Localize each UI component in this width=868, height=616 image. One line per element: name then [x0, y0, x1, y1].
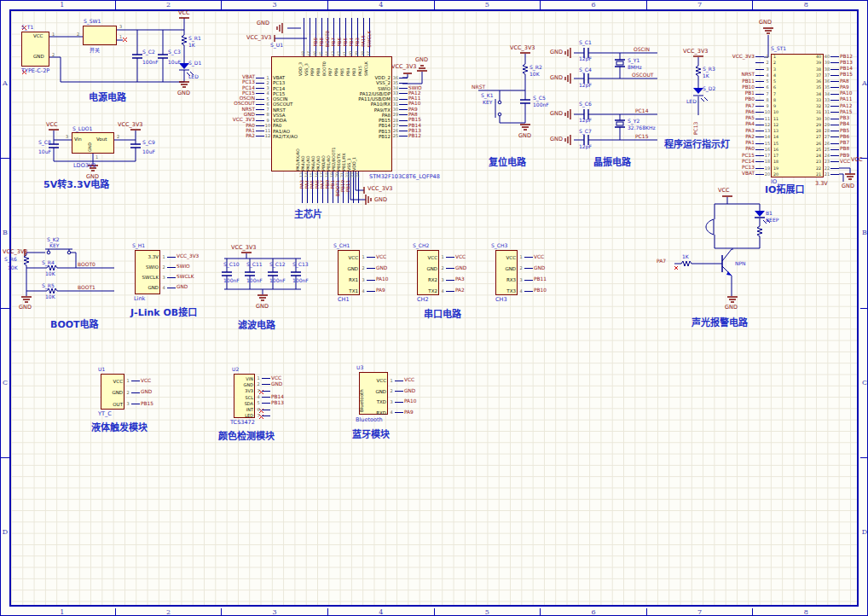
pin-row[interactable]: 4GND — [160, 282, 211, 293]
pin-row[interactable]: PB08 — [714, 97, 771, 103]
pin-row[interactable]: 33PA11 — [824, 97, 868, 103]
power-port-gnd[interactable]: GND — [725, 305, 738, 311]
value-C6[interactable]: 12pF — [579, 118, 592, 123]
pin-column[interactable]: PB845 — [319, 18, 325, 56]
component-body-SW1[interactable] — [83, 26, 117, 45]
part-name-liquid[interactable]: YT_C — [98, 411, 112, 417]
value-C2[interactable]: 100nF — [142, 60, 159, 65]
power-port-gnd[interactable]: GND — [518, 133, 531, 139]
net-label-boot1[interactable]: BOOT1 — [78, 285, 95, 290]
designator-R6[interactable]: S_R6 — [4, 257, 17, 262]
pin-row[interactable]: 1VCC — [388, 375, 439, 386]
designator-T1[interactable]: S_T1 — [21, 25, 33, 30]
net-label-boot0[interactable]: BOOT0 — [78, 262, 95, 267]
power-port-vcc33[interactable]: VCC_3V3 — [246, 35, 272, 41]
pin-row[interactable]: VBAT20 — [714, 171, 771, 177]
value-R4[interactable]: 10K — [45, 271, 55, 276]
part-name-CH3[interactable]: CH3 — [495, 297, 507, 303]
power-port-gnd[interactable]: GND — [550, 111, 563, 117]
pin-row[interactable]: 29PB4 — [824, 122, 868, 128]
pin-row[interactable]: NRST4 — [714, 73, 771, 78]
block-title-boot[interactable]: BOOT电路 — [50, 320, 99, 329]
value-C12[interactable]: 100nF — [269, 278, 286, 283]
pin-row[interactable]: 2GND — [255, 381, 302, 387]
pin-row[interactable]: 2GND — [518, 263, 569, 274]
block-title-alarm[interactable]: 声光报警电路 — [692, 318, 748, 328]
pin-row[interactable]: PA412 — [714, 122, 771, 128]
filter-wires[interactable] — [222, 253, 301, 294]
component-body-LDO1[interactable] — [72, 132, 114, 154]
part-name-LDO[interactable]: LDO3V3 — [73, 163, 95, 169]
pin-row[interactable]: 2GND — [388, 386, 439, 398]
part-name-CH2[interactable]: CH2 — [417, 297, 429, 303]
value-C1[interactable]: 12pF — [579, 56, 592, 61]
designator-C5[interactable]: S_C5 — [533, 96, 546, 101]
designator-C10[interactable]: S_C10 — [223, 262, 240, 267]
designator-CH2[interactable]: S_CH2 — [413, 243, 429, 248]
power-port-vcc33[interactable]: VCC_3V3 — [118, 122, 143, 128]
designator-C1[interactable]: S_C1 — [579, 40, 592, 45]
pin-row[interactable]: 1VCC — [518, 252, 569, 263]
pin-row[interactable]: 4PA9 — [360, 286, 411, 297]
pin-row[interactable]: PA214 — [714, 134, 771, 140]
designator-C7[interactable]: S_C7 — [579, 129, 592, 134]
power-port-vcc33[interactable]: VCC_3V3 — [683, 49, 709, 55]
power-port-gnd[interactable]: GND — [177, 90, 190, 96]
value-Y1[interactable]: 8MHz — [628, 65, 642, 70]
pin-row[interactable]: 2GND — [439, 263, 490, 274]
pin-row[interactable]: 21 — [824, 171, 868, 177]
designator-K1[interactable]: S_K1 — [481, 93, 494, 98]
designator-C4[interactable]: S_C4 — [579, 67, 592, 73]
block-title-liquid[interactable]: 液体触发模块 — [91, 423, 148, 433]
transistor-label-npn[interactable]: NPN — [735, 261, 746, 266]
pin-row[interactable]: 3SWCLK — [160, 272, 211, 282]
pin-row[interactable]: PA313 — [714, 128, 771, 134]
part-name-bt[interactable]: Bluetooth — [356, 417, 383, 423]
power-port-3v3[interactable]: 3.3V — [815, 181, 828, 187]
block-title-power[interactable]: 电源电路 — [89, 93, 126, 102]
power-port-gnd[interactable]: GND — [256, 304, 269, 310]
value-B1[interactable]: BEEP — [766, 218, 778, 223]
designator-CH1[interactable]: S_CH1 — [333, 243, 350, 248]
block-title-filter[interactable]: 滤波电路 — [238, 321, 275, 330]
pin-column[interactable]: SWCLK37 — [367, 18, 373, 56]
power-port-gnd[interactable]: GND — [415, 57, 428, 63]
designator-CH3[interactable]: S_CH3 — [491, 243, 507, 248]
designator-C3[interactable]: S_C3 — [168, 49, 181, 55]
pin-row[interactable]: 4PA9 — [388, 408, 439, 419]
pin-row[interactable]: 5PB13 — [255, 400, 302, 406]
pin-row[interactable]: PA016 — [714, 147, 771, 153]
part-name-H1[interactable]: Link — [134, 296, 145, 302]
designator-D1[interactable]: S_D1 — [188, 61, 201, 66]
pin-row[interactable]: 3PB11 — [518, 275, 569, 286]
boot-wires[interactable] — [24, 249, 114, 296]
value-alarm-resistor[interactable]: 1K — [682, 254, 689, 259]
pin-row[interactable]: 2 — [714, 60, 771, 66]
value-D2[interactable]: LED — [686, 99, 697, 104]
pin-row[interactable]: PB17 — [714, 91, 771, 97]
designator-U2-color[interactable]: U2 — [232, 367, 239, 372]
pin-row[interactable]: PB106 — [714, 84, 771, 90]
pin-row[interactable]: 25PB8 — [824, 147, 868, 153]
block-title-crystal[interactable]: 晶振电路 — [593, 158, 631, 167]
pin-row[interactable]: 2GND — [360, 263, 411, 274]
pin-row[interactable]: 6 — [255, 406, 302, 412]
value-R3[interactable]: 1K — [703, 73, 709, 78]
value-K2[interactable]: KEY — [49, 243, 59, 248]
net-label-pc13[interactable]: PC13 — [693, 116, 698, 135]
value-C7[interactable]: 12pF — [579, 144, 592, 149]
designator-LDO1[interactable]: S_LDO1 — [72, 126, 92, 131]
pin-row[interactable]: 2GND — [124, 387, 176, 399]
pin-row[interactable]: 3PA3 — [439, 275, 490, 286]
power-port-vcc33[interactable]: VCC_3V3 — [391, 64, 417, 70]
designator-R4[interactable]: S_R4 — [42, 260, 55, 265]
value-C11[interactable]: 100nF — [246, 278, 263, 283]
pin-row[interactable]: 3PA10 — [360, 275, 411, 286]
value-C9[interactable]: 10uF — [142, 149, 155, 154]
power-port-gnd[interactable]: GND — [550, 137, 563, 142]
value-C13[interactable]: 100nF — [292, 278, 309, 283]
part-name-T1[interactable]: TYPE-C-2P — [21, 68, 49, 74]
pin-row[interactable]: PA79 — [714, 103, 771, 109]
designator-Y2[interactable]: S_Y2 — [628, 119, 639, 124]
crystal-gnd-ports[interactable] — [565, 48, 570, 145]
